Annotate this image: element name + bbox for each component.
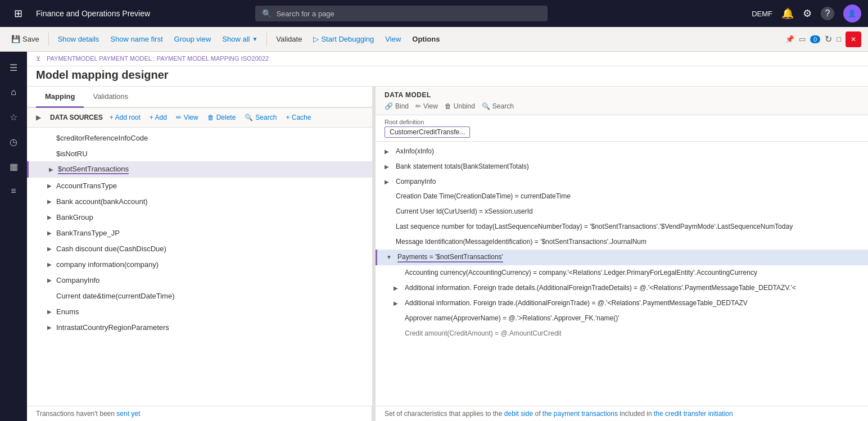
panel-icon[interactable]: ▭: [799, 35, 806, 43]
tree-item[interactable]: $creditorReferenceInfoCode: [27, 130, 372, 146]
sidebar-item-recent[interactable]: ◷: [2, 130, 25, 153]
page-title-bar: Model mapping designer: [27, 66, 868, 87]
spacer-icon: [385, 192, 392, 193]
start-debugging-button[interactable]: ▷ Start Debugging: [309, 33, 378, 46]
tree-item[interactable]: Current date&time(currentDateTime): [27, 288, 372, 304]
toolbar: 💾 Save Show details Show name first Grou…: [0, 27, 868, 52]
expand-icon: ▶: [47, 165, 56, 174]
tree-item[interactable]: ▶ IntrastatCountryRegionParameters: [27, 319, 372, 335]
search-bar[interactable]: 🔍 Search for a page: [255, 6, 548, 21]
gear-icon[interactable]: ⚙: [803, 7, 812, 20]
tree-item[interactable]: $isNotRU: [27, 146, 372, 161]
debug-icon: ▷: [313, 35, 319, 43]
main-layout: ☰ ⌂ ☆ ◷ ▦ ≡ ⊻ PAYMENTMODEL PAYMENT MODEL…: [0, 52, 868, 421]
save-button[interactable]: 💾 Save: [7, 33, 44, 46]
maximize-icon[interactable]: □: [837, 35, 841, 43]
avatar[interactable]: 👤: [843, 4, 861, 22]
spacer-icon: [45, 133, 54, 142]
bind-button[interactable]: 🔗 Bind: [385, 102, 409, 110]
dm-item[interactable]: Accounting currency(AccountingCurrency) …: [376, 265, 868, 280]
spacer-icon: [394, 329, 401, 330]
right-panel: DATA MODEL 🔗 Bind ✏ View 🗑 Unbind: [376, 87, 868, 421]
close-button[interactable]: ✕: [846, 31, 861, 47]
dm-tree[interactable]: ▶ AxInfo(xInfo) ▶ Bank statement totals(…: [376, 142, 868, 406]
filter-icon[interactable]: ⊻: [36, 55, 40, 62]
dm-header: DATA MODEL 🔗 Bind ✏ View 🗑 Unbind: [376, 87, 868, 115]
search-dm-button[interactable]: 🔍 Search: [482, 102, 514, 110]
show-name-first-button[interactable]: Show name first: [106, 33, 167, 46]
tree-item[interactable]: ▶ CompanyInfo: [27, 272, 372, 288]
delete-button[interactable]: 🗑 Delete: [205, 112, 238, 123]
tab-mapping[interactable]: Mapping: [36, 87, 84, 108]
sidebar-item-modules[interactable]: ≡: [2, 180, 25, 202]
tree-item[interactable]: ▶ Bank account(bankAccount): [27, 193, 372, 209]
search-icon: 🔍: [262, 9, 272, 18]
tree-item[interactable]: ▶ BankGroup: [27, 209, 372, 225]
dm-item[interactable]: Approver name(ApproverName) = @.'>Relati…: [376, 311, 868, 326]
dm-item[interactable]: Message Identification(MessageIdentifica…: [376, 234, 868, 250]
tree-list[interactable]: $creditorReferenceInfoCode $isNotRU ▶ $n…: [27, 128, 372, 406]
expand-icon: ▶: [45, 228, 54, 237]
dm-item[interactable]: ▶ Additional information. Foreign trade …: [376, 280, 868, 296]
bell-icon[interactable]: 🔔: [781, 8, 794, 19]
spacer-icon: [394, 268, 401, 269]
validate-button[interactable]: Validate: [272, 33, 306, 46]
bottom-text-static: Set of characteristics that applies to t…: [385, 410, 504, 418]
show-all-button[interactable]: Show all ▼: [218, 33, 262, 46]
add-root-button[interactable]: + Add root: [107, 112, 143, 123]
left-panel: Mapping Validations ▶ DATA SOURCES + Add…: [27, 87, 373, 421]
expand-icon: ▶: [385, 177, 392, 186]
group-view-button[interactable]: Group view: [170, 33, 216, 46]
show-details-button[interactable]: Show details: [53, 33, 104, 46]
tree-item-selected[interactable]: ▶ $notSentTransactions: [27, 161, 372, 178]
tab-validations[interactable]: Validations: [84, 87, 137, 108]
sidebar-item-favorites[interactable]: ☆: [2, 106, 25, 128]
sidebar-item-menu[interactable]: ☰: [2, 56, 25, 79]
pin-icon[interactable]: 📌: [785, 35, 794, 43]
tree-item[interactable]: ▶ company information(company): [27, 256, 372, 272]
dm-item[interactable]: ▶ Bank statement totals(BankStatementTot…: [376, 159, 868, 174]
dm-item[interactable]: Creation Date Time(CreationDateTime) = c…: [376, 189, 868, 204]
sidebar-item-workspaces[interactable]: ▦: [2, 155, 25, 178]
dm-item[interactable]: Credit amount(CreditAmount) = @.AmountCu…: [376, 326, 868, 341]
tree-item[interactable]: ▶ BankTransType_JP: [27, 225, 372, 241]
expand-icon: ▶: [385, 162, 392, 171]
root-definition: Root definition CustomerCreditTransfe...: [376, 115, 868, 142]
tree-item[interactable]: ▶ Enums: [27, 304, 372, 319]
root-definition-value: CustomerCreditTransfe...: [385, 126, 470, 138]
refresh-icon[interactable]: ↻: [825, 34, 832, 44]
tree-item[interactable]: ▶ Cash discount due(CashDiscDue): [27, 241, 372, 256]
dm-item[interactable]: ▶ AxInfo(xInfo): [376, 144, 868, 159]
help-icon[interactable]: ?: [821, 7, 834, 20]
dm-item[interactable]: ▶ CompanyInfo: [376, 174, 868, 189]
view-ds-button[interactable]: ✏ View: [174, 112, 201, 123]
tree-item[interactable]: ▶ AccountTransType: [27, 178, 372, 193]
options-button[interactable]: Options: [408, 33, 444, 46]
expand-icon[interactable]: ▶: [36, 114, 41, 121]
bottom-text-static-1: Transactions haven't been: [36, 410, 116, 418]
ds-section-title: DATA SOURCES: [50, 114, 103, 121]
dm-item-selected[interactable]: ▼ Payments = '$notSentTransactions': [376, 250, 868, 266]
badge-wrapper: 0: [810, 35, 820, 43]
cache-button[interactable]: + Cache: [283, 112, 313, 123]
dm-item[interactable]: Last sequence number for today(LastSeque…: [376, 219, 868, 234]
add-button[interactable]: + Add: [147, 112, 169, 123]
chevron-down-icon: ▼: [252, 36, 257, 42]
dm-item[interactable]: ▶ Additional information. Foreign trade.…: [376, 296, 868, 311]
expand-icon: ▶: [45, 244, 54, 253]
bottom-bar-left: Transactions haven't been sent yet: [27, 406, 372, 421]
view-button[interactable]: View: [381, 33, 405, 46]
dm-item[interactable]: Current User Id(CurUserId) = xSession.us…: [376, 204, 868, 219]
expand-icon: ▶: [385, 147, 392, 156]
bottom-text-highlight-2: the payment transactions: [542, 410, 618, 418]
notification-count-icon[interactable]: 0: [810, 35, 820, 43]
bottom-text-highlight-3: the credit transfer initiation: [654, 410, 733, 418]
bottom-text-highlight-1: debit side: [504, 410, 533, 418]
sidebar-item-home[interactable]: ⌂: [2, 81, 25, 103]
search-ds-button[interactable]: 🔍 Search: [242, 112, 279, 123]
unbind-button[interactable]: 🗑 Unbind: [445, 102, 475, 110]
grid-icon[interactable]: ⊞: [7, 2, 29, 25]
view-dm-button[interactable]: ✏ View: [415, 102, 438, 110]
search-placeholder: Search for a page: [276, 10, 334, 18]
bottom-bar-right: Set of characteristics that applies to t…: [376, 406, 868, 421]
